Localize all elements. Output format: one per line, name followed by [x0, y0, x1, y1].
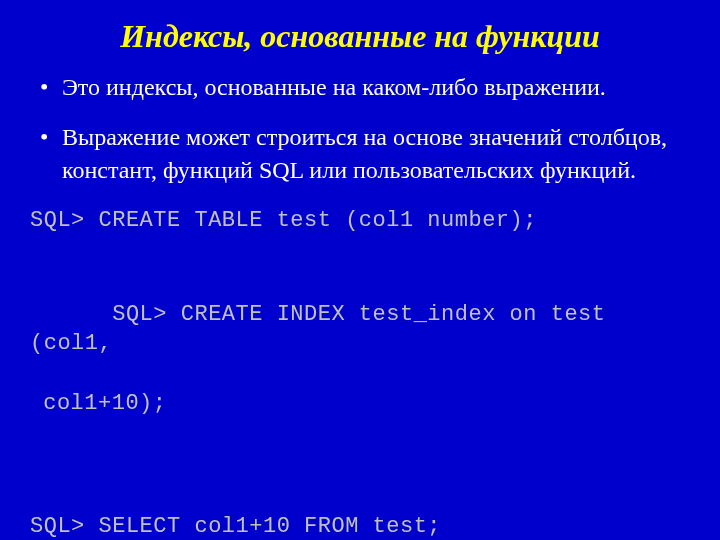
code-text: SQL> CREATE INDEX test_index on test (co… [30, 302, 619, 357]
slide-title: Индексы, основанные на функции [30, 18, 690, 55]
code-line: SQL> CREATE INDEX test_index on test (co… [30, 270, 690, 478]
code-block: SQL> CREATE TABLE test (col1 number); SQ… [30, 206, 690, 540]
bullet-list: Это индексы, основанные на каком-либо вы… [30, 71, 690, 186]
bullet-item: Выражение может строиться на основе знач… [40, 121, 690, 186]
code-line: SQL> SELECT col1+10 FROM test; [30, 512, 690, 540]
code-text: col1+10); [30, 389, 690, 419]
bullet-item: Это индексы, основанные на каком-либо вы… [40, 71, 690, 103]
slide: Индексы, основанные на функции Это индек… [0, 0, 720, 540]
code-line: SQL> CREATE TABLE test (col1 number); [30, 206, 690, 236]
